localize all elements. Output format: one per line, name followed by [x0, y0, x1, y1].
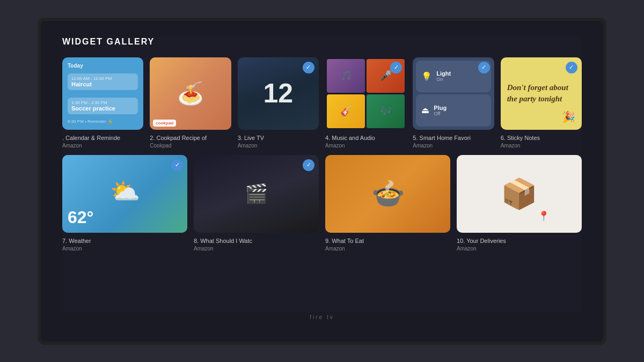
page-title: WIDGET GALLERY — [62, 37, 582, 47]
widget-sublabel-4: Amazon — [325, 143, 406, 149]
widget-thumb-7: ✓ ⛅ 62° — [62, 155, 187, 233]
music-tile-4: 🎶 — [367, 94, 405, 128]
widget-label-5: 5. Smart Home Favori — [413, 134, 494, 142]
widget-card-7[interactable]: ✓ ⛅ 62° 7. Weather Amazon — [62, 155, 187, 252]
cal-reminder: 6:30 PM • Reminder 🔒 — [68, 119, 138, 124]
check-badge-6: ✓ — [566, 62, 577, 73]
tv-screen: WIDGET GALLERY Today 11:00 AM - 12:00 PM… — [62, 37, 582, 312]
widget-card-8[interactable]: ✓ 🎬 8. What Should I Watc Amazon — [194, 155, 319, 252]
widget-thumb-9: 🍲 — [325, 155, 450, 233]
widget-label-9: 9. What To Eat — [325, 237, 450, 245]
tv-brand-text: fire tv — [310, 314, 334, 320]
widget-sublabel-9: Amazon — [325, 246, 450, 252]
sh-plug-status: Off — [434, 111, 485, 116]
tv-frame: WIDGET GALLERY Today 11:00 AM - 12:00 PM… — [38, 18, 606, 345]
widget-sublabel-8: Amazon — [194, 246, 319, 252]
widget-label-1: . Calendar & Reminde — [62, 134, 143, 142]
jersey-number: 12 — [264, 78, 294, 109]
widget-grid-row1: Today 11:00 AM - 12:00 PM Haircut 1:30 P… — [62, 57, 582, 149]
widget-label-10: 10. Your Deliveries — [457, 237, 582, 245]
widget-label-6: 6. Sticky Notes — [501, 134, 582, 142]
widget-sublabel-2: Cookpad — [150, 143, 231, 149]
widget-thumb-1: Today 11:00 AM - 12:00 PM Haircut 1:30 P… — [62, 57, 143, 130]
widget-sublabel-7: Amazon — [62, 246, 187, 252]
widget-card-6[interactable]: ✓ Don't forget about the party tonight 🎉… — [501, 57, 582, 149]
widget-label-2: 2. Cookpad Recipe of — [150, 134, 231, 142]
sticky-note-text: Don't forget about the party tonight — [507, 82, 575, 105]
widget-sublabel-3: Amazon — [238, 143, 319, 149]
sticky-emoji: 🎉 — [562, 110, 575, 123]
music-tile-3: 🎸 — [327, 94, 365, 128]
widget-thumb-6: ✓ Don't forget about the party tonight 🎉 — [501, 57, 582, 130]
widget-thumb-4: ✓ 🎵 🎤 🎸 🎶 — [325, 57, 406, 130]
widget-label-3: 3. Live TV — [238, 134, 319, 142]
widget-card-4[interactable]: ✓ 🎵 🎤 🎸 🎶 4. Music and Audio Amazon — [325, 57, 406, 149]
widget-label-4: 4. Music and Audio — [325, 134, 406, 142]
widget-thumb-2: 🍝 cookpad — [150, 57, 231, 130]
sh-light-status: On — [436, 77, 485, 82]
widget-label-8: 8. What Should I Watc — [194, 237, 319, 245]
light-icon: 💡 — [421, 71, 432, 82]
widget-grid-row2: ✓ ⛅ 62° 7. Weather Amazon ✓ 🎬 8. What Sh… — [62, 155, 582, 252]
widget-sublabel-10: Amazon — [457, 246, 582, 252]
sh-plug-name: Plug — [434, 105, 485, 111]
delivery-box-icon: 📦 — [501, 176, 538, 211]
widget-card-5[interactable]: ✓ 💡 Light On ⏏ Plug — [413, 57, 494, 149]
widget-label-7: 7. Weather — [62, 237, 187, 245]
weather-visual: ⛅ 62° — [62, 155, 187, 233]
weather-cloud-icon: ⛅ — [68, 177, 182, 205]
check-badge-3: ✓ — [303, 62, 314, 73]
cal-event-1: 11:00 AM - 12:00 PM Haircut — [68, 73, 138, 90]
widget-thumb-3: ✓ 12 — [238, 57, 319, 130]
tv-brand-bar: fire tv — [62, 314, 582, 320]
check-badge-5: ✓ — [478, 62, 490, 73]
widget-card-3[interactable]: ✓ 12 3. Live TV Amazon — [238, 57, 319, 149]
watch-visual: 🎬 — [194, 155, 319, 233]
cal-today-label: Today — [68, 63, 138, 69]
widget-card-1[interactable]: Today 11:00 AM - 12:00 PM Haircut 1:30 P… — [62, 57, 143, 149]
check-badge-8: ✓ — [303, 159, 314, 171]
widget-card-2[interactable]: 🍝 cookpad 2. Cookpad Recipe of Cookpad — [150, 57, 231, 149]
widget-card-9[interactable]: 🍲 9. What To Eat Amazon — [325, 155, 450, 252]
check-badge-7: ✓ — [171, 159, 183, 171]
delivery-visual: 📦 📍 — [457, 155, 582, 233]
check-badge-4: ✓ — [390, 62, 402, 73]
plug-icon: ⏏ — [421, 105, 429, 115]
widget-thumb-5: ✓ 💡 Light On ⏏ Plug — [413, 57, 494, 130]
widget-sublabel-1: Amazon — [62, 143, 143, 149]
cal-event-2: 1:30 PM - 2:30 PM Soccer practice — [68, 98, 138, 114]
weather-temperature: 62° — [68, 208, 182, 227]
food-image: 🍝 — [150, 57, 231, 130]
widget-thumb-10: 📦 📍 — [457, 155, 582, 233]
widget-sublabel-6: Amazon — [501, 143, 582, 149]
delivery-pin-icon: 📍 — [538, 210, 550, 222]
cookpad-logo: cookpad — [153, 120, 176, 127]
eat-visual: 🍲 — [325, 155, 450, 233]
widget-sublabel-5: Amazon — [413, 143, 494, 149]
sh-plug-item: ⏏ Plug Off — [416, 94, 491, 127]
widget-thumb-8: ✓ 🎬 — [194, 155, 319, 233]
widget-card-10[interactable]: 📦 📍 10. Your Deliveries Amazon — [457, 155, 582, 252]
sh-light-name: Light — [436, 70, 485, 77]
music-tile-1: 🎵 — [327, 59, 365, 93]
